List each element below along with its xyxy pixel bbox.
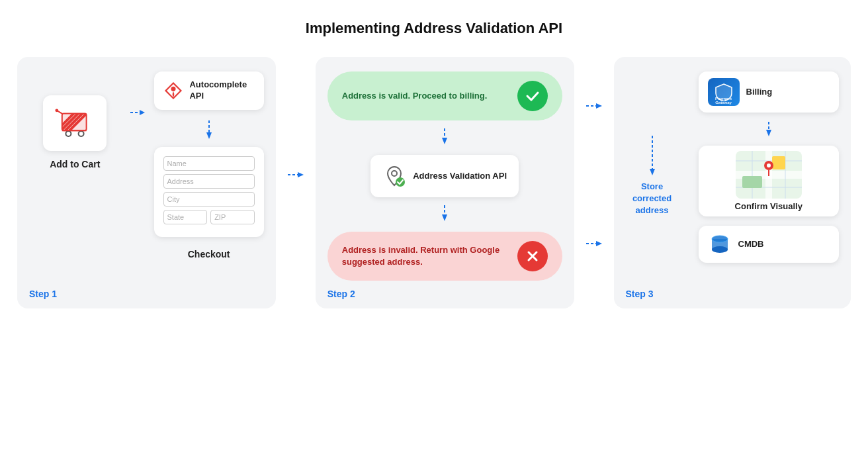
svg-marker-32 bbox=[650, 169, 655, 175]
valid-check-icon bbox=[517, 81, 548, 111]
step1-left: Add to Cart bbox=[29, 71, 121, 169]
validation-api-card: Address Validation API bbox=[370, 155, 519, 197]
store-corrected-label: Store corrected address bbox=[626, 181, 679, 217]
valid-message: Address is valid. Proceed to billing. bbox=[342, 90, 508, 102]
autocomplete-to-form-arrow bbox=[154, 120, 264, 139]
svg-marker-18 bbox=[298, 172, 304, 177]
cmdb-card: CMDB bbox=[699, 226, 840, 263]
confirm-visually-label: Confirm Visually bbox=[735, 201, 803, 211]
invalid-result-pill: Address is invalid. Return with Google s… bbox=[327, 232, 562, 281]
svg-point-14 bbox=[171, 87, 175, 91]
svg-point-21 bbox=[392, 171, 397, 176]
form-address-field[interactable]: Address bbox=[163, 174, 255, 189]
step3-left: Store corrected address bbox=[626, 71, 679, 281]
svg-point-48 bbox=[712, 246, 728, 253]
billing-to-map-arrow bbox=[699, 122, 840, 136]
svg-marker-28 bbox=[596, 103, 602, 109]
map-visual bbox=[736, 151, 802, 199]
svg-marker-24 bbox=[442, 214, 447, 221]
checkout-form-card: Name Address City State ZIP bbox=[154, 147, 264, 237]
step2-panel: Address is valid. Proceed to billing. bbox=[316, 57, 574, 308]
step3-label: Step 3 bbox=[626, 281, 840, 299]
svg-marker-16 bbox=[206, 132, 212, 139]
form-city-field[interactable]: City bbox=[163, 192, 255, 207]
invalid-x-icon bbox=[517, 241, 548, 271]
svg-marker-34 bbox=[766, 130, 771, 136]
svg-point-7 bbox=[56, 109, 59, 112]
validation-api-label: Address Validation API bbox=[413, 171, 507, 182]
svg-point-8 bbox=[66, 131, 71, 136]
step1-panel: Add to Cart bbox=[17, 57, 276, 308]
confirm-visually-card: Confirm Visually bbox=[699, 146, 840, 216]
svg-marker-20 bbox=[442, 138, 447, 144]
step1-label: Step 1 bbox=[29, 281, 264, 299]
step3-panel: Store corrected address PaymentGateway bbox=[614, 57, 851, 308]
valid-down-arrow bbox=[440, 128, 449, 147]
form-zip-field[interactable]: ZIP bbox=[210, 210, 255, 224]
cmdb-label: CMDB bbox=[738, 239, 764, 250]
svg-marker-12 bbox=[140, 110, 145, 115]
valid-result-pill: Address is valid. Proceed to billing. bbox=[327, 71, 562, 120]
step3-right: PaymentGateway Billing bbox=[699, 71, 840, 281]
svg-point-9 bbox=[79, 131, 84, 136]
svg-point-45 bbox=[767, 163, 771, 167]
autocomplete-icon bbox=[163, 79, 183, 102]
form-name-field[interactable]: Name bbox=[163, 156, 255, 171]
step1-to-step2-connector bbox=[288, 57, 304, 308]
add-to-cart-label: Add to Cart bbox=[50, 159, 100, 169]
step1-right: Autocomplete API Name Address bbox=[154, 71, 264, 259]
billing-card: PaymentGateway Billing bbox=[699, 71, 840, 113]
valid-to-invalid-arrow bbox=[440, 205, 449, 224]
store-corrected-arrow-v bbox=[648, 136, 657, 175]
page-title: Implementing Address Validation API bbox=[306, 20, 562, 37]
billing-label: Billing bbox=[746, 87, 773, 98]
svg-marker-30 bbox=[596, 241, 602, 246]
cart-to-form-arrow bbox=[130, 108, 145, 117]
cmdb-icon bbox=[708, 232, 732, 256]
diagram: Add to Cart bbox=[17, 57, 851, 308]
checkout-label: Checkout bbox=[154, 249, 264, 259]
step2-label: Step 2 bbox=[327, 281, 562, 299]
autocomplete-card: Autocomplete API bbox=[154, 71, 264, 110]
form-state-field[interactable]: State bbox=[163, 210, 208, 224]
invalid-message: Address is invalid. Return with Google s… bbox=[342, 244, 508, 268]
svg-rect-42 bbox=[772, 156, 785, 169]
svg-rect-43 bbox=[742, 176, 762, 188]
step2-to-step3-connectors bbox=[586, 57, 602, 308]
payment-gateway-icon: PaymentGateway bbox=[708, 78, 740, 106]
validation-api-icon bbox=[382, 164, 406, 188]
autocomplete-label: Autocomplete API bbox=[189, 79, 254, 102]
cart-icon-card bbox=[43, 95, 107, 151]
